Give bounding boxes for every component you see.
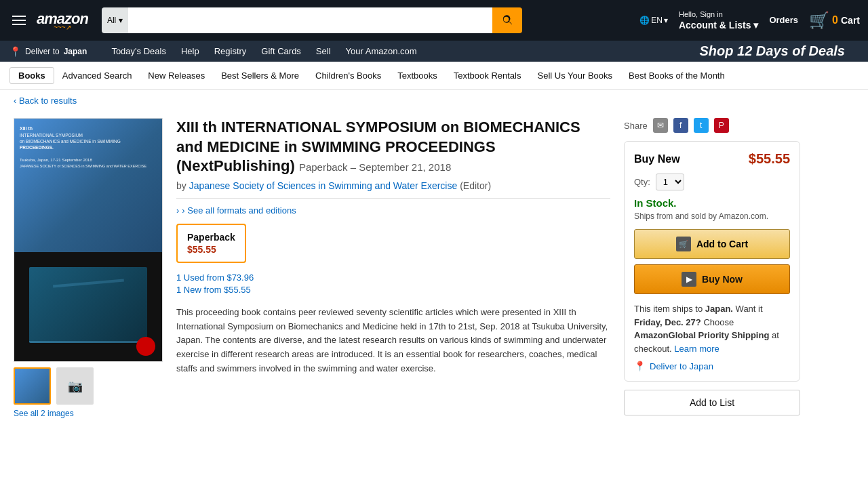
deliver-to-button[interactable]: 📍 Deliver to Japan [634,361,790,371]
chevron-right-icon: › [176,205,179,216]
search-category-dropdown[interactable]: All ▾ [102,7,128,33]
book-author: by Japanese Society of Sciences in Swimm… [176,180,610,191]
account-menu[interactable]: Hello, Sign in Account & Lists ▾ [679,9,758,31]
cover-text-overlay: XIII th INTERNATIONAL SYMPOSIUM on BIOME… [20,125,157,169]
buy-panel: Buy New $55.55 Qty: 1 2 3 In Stock. Ship… [624,141,800,382]
top-navigation: amazon ~~~↗ All ▾ 🌐 EN ▾ Hello, Sign in … [0,0,868,41]
nav-best-sellers[interactable]: Best Sellers & More [213,68,307,83]
chevron-down-icon: ▾ [119,16,123,25]
search-button[interactable] [492,7,522,33]
nav-textbooks[interactable]: Textbooks [389,68,446,83]
share-pinterest-icon[interactable]: P [714,118,729,133]
format-type: Paperback [187,232,235,243]
book-title: XIII th INTERNATIONAL SYMPOSIUM on BIOME… [176,118,610,176]
your-amazon-link[interactable]: Your Amazon.com [346,46,417,56]
subheader-row: 📍 Deliver to Japan Today's Deals Help Re… [0,41,868,62]
book-cover-graphic: XIII th INTERNATIONAL SYMPOSIUM on BIOME… [14,119,162,361]
hamburger-menu[interactable] [8,12,30,29]
new-from-link[interactable]: 1 New from $55.55 [176,285,610,295]
today-deals-link[interactable]: Today's Deals [111,46,166,56]
author-role: (Editor) [460,180,491,191]
nav-new-releases[interactable]: New Releases [140,68,213,83]
add-cart-label: Add to Cart [696,239,748,249]
cart-btn-icon: 🛒 [676,237,691,251]
learn-more-link[interactable]: Learn more [674,344,719,354]
book-description: This proceeding book contains peer revie… [176,306,610,376]
share-email-icon[interactable]: ✉ [653,118,668,133]
book-images-section: XIII th INTERNATIONAL SYMPOSIUM on BIOME… [14,118,163,418]
help-link[interactable]: Help [181,46,199,56]
in-stock-status: In Stock. [634,197,790,209]
thumbnail-1[interactable] [14,367,51,405]
qty-label: Qty: [634,177,650,187]
deliver-location-icon: 📍 [634,361,646,371]
format-price: $55.55 [187,244,235,255]
breadcrumb[interactable]: ‹ Back to results [0,90,868,111]
nav-best-books-month[interactable]: Best Books of the Month [620,68,733,83]
search-icon [501,14,513,26]
nav-advanced-search[interactable]: Advanced Search [54,68,140,83]
orders-link[interactable]: Orders [769,15,798,25]
ships-from-text: Ships from and sold by Amazon.com. [634,211,790,221]
cart-label: Cart [841,15,860,26]
nav-books[interactable]: Books [9,67,54,84]
share-row: Share ✉ f t P [624,118,800,133]
cover-badge [136,337,155,356]
add-to-cart-button[interactable]: 🛒 Add to Cart [634,229,790,259]
used-from-link[interactable]: 1 Used from $73.96 [176,272,610,283]
cart-button[interactable]: 🛒 0 Cart [809,11,860,30]
deliver-location[interactable]: Japan [64,47,87,56]
category-label: All [107,16,116,25]
main-content: XIII th INTERNATIONAL SYMPOSIUM on BIOME… [0,111,868,425]
add-to-list-button[interactable]: Add to List [624,390,800,415]
buy-new-price: $55.55 [749,151,790,167]
ships-info: This item ships to Japan. Want it Friday… [634,302,790,355]
shipping-type: AmazonGlobal Priority Shipping [634,330,769,340]
amazon-logo[interactable]: amazon ~~~↗ [37,10,88,31]
nav-right: 🌐 EN ▾ Hello, Sign in Account & Lists ▾ … [639,9,860,31]
cart-count: 0 [832,14,838,26]
buy-box-section: Share ✉ f t P Buy New $55.55 Qty: 1 2 3 … [624,118,800,418]
author-link[interactable]: Japanese Society of Sciences in Swimming… [189,180,458,191]
deals-banner: Shop 12 Days of Deals [699,43,859,59]
share-facebook-icon[interactable]: f [673,118,688,133]
main-book-image[interactable]: XIII th INTERNATIONAL SYMPOSIUM on BIOME… [14,118,163,362]
buy-new-row: Buy New $55.55 [634,151,790,167]
ships-to-country: Japan. [705,304,733,314]
buy-now-icon: ▶ [682,272,696,287]
divider-1 [176,198,610,199]
buy-now-label: Buy Now [702,274,743,285]
nav-childrens-books[interactable]: Children's Books [307,68,389,83]
registry-link[interactable]: Registry [214,46,247,56]
thumbnail-2[interactable]: 📷 [56,367,94,405]
cover-bottom-section [14,252,162,361]
share-label: Share [624,121,648,131]
thumbnail-row: 📷 [14,367,163,405]
share-twitter-icon[interactable]: t [694,118,709,133]
qty-row: Qty: 1 2 3 [634,174,790,190]
lang-chevron: ▾ [664,16,668,25]
location-pin-icon: 📍 [9,46,21,57]
subheader-links: Today's Deals Help Registry Gift Cards S… [111,46,416,56]
buy-now-button[interactable]: ▶ Buy Now [634,264,790,294]
nav-sell-books[interactable]: Sell Us Your Books [529,68,620,83]
see-all-images-link[interactable]: See all 2 images [14,409,163,418]
account-greeting: Hello, Sign in [679,9,758,19]
qty-selector[interactable]: 1 2 3 [656,174,684,190]
sell-link[interactable]: Sell [316,46,331,56]
format-box[interactable]: Paperback $55.55 [176,224,246,263]
nav-textbook-rentals[interactable]: Textbook Rentals [446,68,530,83]
buy-new-label: Buy New [634,153,680,165]
account-chevron: ▾ [753,20,758,30]
search-input[interactable] [128,7,492,33]
deliver-to-text: Deliver to Japan [650,361,713,371]
formats-editions-link[interactable]: › › See all formats and editions [176,205,610,216]
search-bar: All ▾ [102,7,522,33]
account-lists: Account & Lists ▾ [679,19,758,31]
lang-label: EN [651,16,663,25]
gift-cards-link[interactable]: Gift Cards [261,46,301,56]
book-format-date: Paperback – September 21, 2018 [299,161,451,173]
deliver-to-label: Deliver to [25,47,60,56]
language-selector[interactable]: 🌐 EN ▾ [639,16,668,25]
logo-smile: ~~~↗ [54,24,71,31]
